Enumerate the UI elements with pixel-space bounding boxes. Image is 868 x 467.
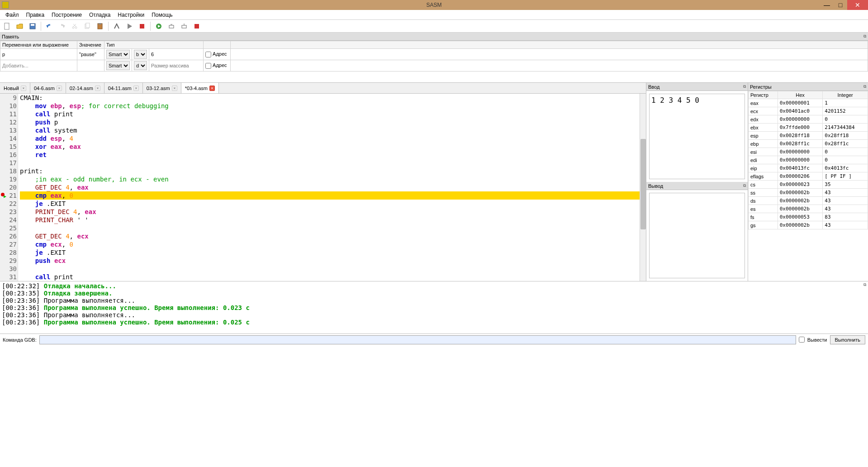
undock-icon[interactable]: ⧉ (863, 34, 866, 39)
reg-hex: 0x00000000 (778, 115, 823, 124)
reg-hex: 0x00000000 (778, 156, 823, 164)
log-panel[interactable]: ⧉ [00:22:32] Отладка началась...[00:23:3… (0, 281, 868, 334)
new-file-icon[interactable] (2, 21, 13, 32)
menu-build[interactable]: Построение (48, 11, 85, 19)
mem-size-select[interactable]: b (134, 50, 147, 59)
undo-icon[interactable] (44, 21, 55, 32)
memory-panel-title: Память (2, 34, 19, 39)
tab-close-icon[interactable]: × (172, 86, 177, 91)
tab-file[interactable]: 03-12.asm× (143, 83, 181, 93)
mem-var-input[interactable] (2, 52, 75, 57)
reg-name: ecx (749, 107, 778, 115)
reg-hex: 0x0028ff18 (778, 132, 823, 140)
close-button[interactable]: ✕ (847, 0, 868, 10)
reg-name: eflags (749, 172, 778, 181)
open-file-icon[interactable] (14, 21, 25, 32)
cut-icon[interactable] (69, 21, 80, 32)
menu-edit[interactable]: Правка (23, 11, 48, 19)
minimize-button[interactable]: — (820, 0, 834, 10)
tab-file[interactable]: 02-14.asm× (66, 83, 104, 93)
maximize-button[interactable]: □ (834, 0, 847, 10)
save-file-icon[interactable] (27, 21, 38, 32)
svg-rect-11 (140, 24, 144, 29)
editor-tabs: Новый× 04-6.asm× 02-14.asm× 04-11.asm× 0… (0, 83, 646, 94)
reg-name: edi (749, 156, 778, 164)
tab-close-icon[interactable]: × (95, 86, 100, 91)
tab-new[interactable]: Новый× (0, 83, 30, 93)
paste-icon[interactable] (95, 21, 105, 32)
code-content[interactable]: CMAIN: mov ebp, esp; for correct debuggi… (18, 94, 640, 281)
mem-header-type: Тип (104, 41, 204, 49)
mem-add-input[interactable] (2, 63, 75, 68)
tab-close-icon[interactable]: × (57, 86, 62, 91)
copy-icon[interactable] (82, 21, 93, 32)
reg-int: 4201152 (823, 107, 868, 115)
mem-fmt-select[interactable]: Smart (106, 50, 130, 59)
undock-icon[interactable]: ⧉ (863, 282, 866, 287)
mem-addr-checkbox[interactable] (205, 63, 211, 69)
reg-int: 0x4013fc (823, 164, 868, 172)
mem-row-add: Smart d Адрес (0, 60, 868, 71)
mem-fmt-select[interactable]: Smart (106, 61, 130, 70)
tab-file[interactable]: 04-6.asm× (30, 83, 66, 93)
log-line: [00:23:36] Программа выполнена успешно. … (2, 319, 866, 326)
debug-stop-icon[interactable] (191, 21, 202, 32)
menu-settings[interactable]: Настройки (114, 11, 148, 19)
reg-name: gs (749, 221, 778, 229)
menu-help[interactable]: Помощь (148, 11, 176, 19)
gdb-print-checkbox[interactable] (799, 337, 805, 343)
gdb-run-button[interactable]: Выполнить (830, 335, 865, 344)
mem-size-select[interactable]: d (134, 61, 147, 70)
tab-close-icon[interactable]: × (209, 86, 215, 91)
register-row: eax0x000000011 (749, 99, 868, 107)
output-panel-header[interactable]: Вывод ⧉ (646, 182, 748, 190)
reg-hex: 0x0028ff1c (778, 140, 823, 148)
reg-hex: 0x00401ac0 (778, 107, 823, 115)
app-icon (2, 1, 9, 9)
redo-icon[interactable] (57, 21, 67, 32)
run-icon[interactable] (124, 21, 135, 32)
register-row: esi0x000000000 (749, 148, 868, 156)
output-text[interactable] (649, 193, 745, 278)
register-row: ebx0x7ffde0002147344384 (749, 124, 868, 132)
mem-arr-input[interactable] (151, 63, 201, 68)
tab-close-icon[interactable]: × (21, 86, 26, 91)
gdb-command-input[interactable] (39, 335, 796, 344)
main-area: Новый× 04-6.asm× 02-14.asm× 04-11.asm× 0… (0, 83, 868, 281)
reg-hex: 0x0000002b (778, 197, 823, 205)
input-panel-header[interactable]: Ввод ⧉ (646, 83, 748, 91)
undock-icon[interactable]: ⧉ (743, 84, 746, 89)
undock-icon[interactable]: ⧉ (863, 84, 866, 89)
memory-panel-header[interactable]: Память ⧉ (0, 33, 868, 41)
svg-rect-16 (194, 24, 199, 29)
build-icon[interactable] (111, 21, 122, 32)
registers-panel-header[interactable]: Регистры ⧉ (748, 83, 868, 91)
reg-name: ds (749, 197, 778, 205)
input-text[interactable]: 1 2 3 4 5 0 (649, 94, 745, 179)
debug-run-icon[interactable] (153, 21, 164, 32)
editor-scrollbar[interactable] (640, 94, 646, 281)
step-over-icon[interactable] (166, 21, 177, 32)
gdb-print-label: Вывести (807, 337, 827, 343)
mem-addr-checkbox[interactable] (205, 52, 211, 57)
register-row: ds0x0000002b43 (749, 197, 868, 205)
registers-table: Регистр Hex Integer eax0x000000011ecx0x0… (748, 91, 868, 229)
registers-panel: Регистры ⧉ Регистр Hex Integer eax0x0000… (748, 83, 868, 281)
reg-hex: 0x00000001 (778, 99, 823, 107)
undock-icon[interactable]: ⧉ (743, 183, 746, 188)
input-panel-title: Ввод (648, 84, 659, 90)
tab-file[interactable]: 04-11.asm× (104, 83, 143, 93)
register-row: esp0x0028ff180x28ff18 (749, 132, 868, 140)
reg-hex: 0x00000000 (778, 148, 823, 156)
code-editor[interactable]: ▶ 91011121314151617181920212223242526272… (0, 94, 646, 281)
reg-int: 0 (823, 115, 868, 124)
step-into-icon[interactable] (179, 21, 190, 32)
reg-int: 0 (823, 156, 868, 164)
menu-debug[interactable]: Отладка (85, 11, 114, 19)
stop-icon[interactable] (137, 21, 147, 32)
tab-close-icon[interactable]: × (133, 86, 139, 91)
mem-arr-input[interactable] (151, 52, 201, 57)
menu-file[interactable]: Файл (2, 11, 23, 19)
register-row: fs0x0000005383 (749, 213, 868, 221)
tab-file-active[interactable]: *03-4.asm× (181, 83, 219, 93)
